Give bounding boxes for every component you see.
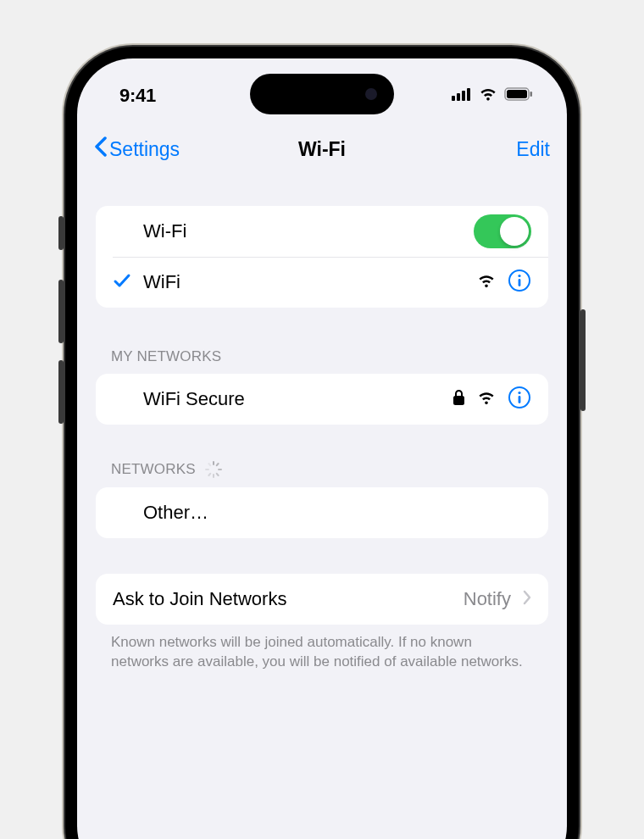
page-title: Wi-Fi [298, 138, 346, 161]
status-icons [452, 87, 533, 104]
screen: 9:41 Settings Wi-Fi [77, 58, 567, 839]
connected-network-row[interactable]: WiFi [96, 257, 548, 308]
networks-header-label: Networks [111, 461, 196, 478]
status-time: 9:41 [119, 85, 156, 107]
network-name: WiFi Secure [143, 388, 452, 410]
svg-rect-2 [462, 91, 465, 101]
spinner-icon [204, 460, 223, 479]
other-network-label: Other… [143, 502, 531, 524]
ask-to-join-value: Notify [464, 588, 511, 610]
wifi-signal-icon [477, 273, 496, 292]
dynamic-island [250, 74, 394, 114]
lock-icon [452, 389, 465, 409]
svg-rect-13 [519, 396, 521, 403]
svg-line-19 [208, 474, 210, 475]
svg-rect-3 [467, 88, 470, 101]
wifi-signal-icon [477, 390, 496, 408]
wifi-main-group: Wi-Fi WiFi [96, 206, 548, 308]
checkmark-icon [113, 271, 131, 293]
volume-down-button [58, 360, 64, 424]
connected-network-name: WiFi [143, 271, 477, 293]
svg-rect-1 [457, 93, 460, 101]
networks-group: Other… [96, 487, 548, 538]
ask-to-join-group: Ask to Join Networks Notify [96, 574, 548, 625]
info-icon[interactable] [508, 269, 531, 296]
svg-rect-10 [453, 396, 464, 405]
other-network-row[interactable]: Other… [96, 487, 548, 538]
ask-to-join-row[interactable]: Ask to Join Networks Notify [96, 574, 548, 625]
power-button [580, 309, 586, 411]
my-networks-header: My Networks [96, 348, 548, 374]
wifi-toggle-row: Wi-Fi [96, 206, 548, 257]
networks-header: Networks [96, 460, 548, 487]
wifi-status-icon [479, 87, 497, 104]
svg-point-8 [518, 275, 520, 277]
svg-line-21 [208, 464, 210, 465]
content: Wi-Fi WiFi [77, 174, 567, 672]
silence-switch [58, 216, 64, 250]
svg-point-12 [518, 392, 520, 394]
ask-to-join-footer: Known networks will be joined automatica… [96, 625, 548, 672]
nav-bar: Settings Wi-Fi Edit [77, 125, 567, 174]
cellular-icon [452, 87, 472, 104]
phone-frame: 9:41 Settings Wi-Fi [65, 47, 579, 839]
svg-rect-0 [452, 96, 455, 101]
network-row[interactable]: WiFi Secure [96, 374, 548, 425]
chevron-left-icon [94, 136, 108, 162]
back-button[interactable]: Settings [94, 136, 180, 162]
edit-button[interactable]: Edit [516, 138, 550, 161]
chevron-right-icon [523, 590, 531, 608]
svg-rect-9 [519, 279, 521, 286]
battery-icon [504, 87, 533, 104]
wifi-toggle-label: Wi-Fi [143, 220, 474, 242]
svg-rect-6 [530, 92, 533, 97]
svg-line-15 [217, 464, 219, 465]
svg-line-17 [217, 474, 219, 475]
volume-up-button [58, 280, 64, 343]
my-networks-group: WiFi Secure [96, 374, 548, 425]
svg-rect-5 [507, 90, 527, 98]
back-label: Settings [109, 138, 180, 161]
info-icon[interactable] [508, 386, 531, 413]
ask-to-join-label: Ask to Join Networks [113, 588, 464, 610]
wifi-toggle[interactable] [474, 214, 531, 248]
